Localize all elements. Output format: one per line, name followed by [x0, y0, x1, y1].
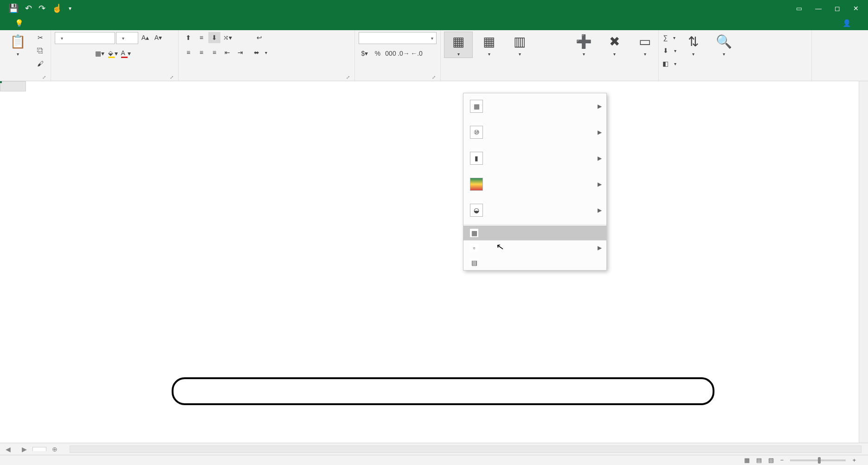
instruction-annotation — [172, 377, 714, 405]
delete-icon: ✖ — [609, 33, 620, 50]
align-bottom-icon[interactable]: ⬇ — [208, 32, 220, 43]
view-normal-icon[interactable]: ▦ — [744, 457, 750, 464]
table-icon: ▦ — [483, 33, 495, 50]
format-icon: ▭ — [639, 33, 651, 50]
align-middle-icon[interactable]: ≡ — [195, 32, 207, 43]
decrease-font-icon[interactable]: A▾ — [152, 32, 164, 43]
ribbon-options-icon[interactable]: ▭ — [796, 5, 802, 12]
titlebar: 💾 ↶ ↷ ☝ ▾ ▭ — ◻ ✕ — [0, 0, 868, 16]
menu-icon-sets[interactable]: ◒▶ — [463, 197, 606, 223]
eraser-icon: ◧ — [662, 60, 669, 67]
dialog-launcher-icon[interactable]: ⤢ — [42, 75, 46, 80]
sheet-nav-next[interactable]: ▶ — [16, 446, 32, 453]
increase-decimal-icon[interactable]: .0→ — [398, 48, 410, 59]
borders-button[interactable]: ▦▾ — [94, 48, 106, 59]
increase-font-icon[interactable]: A▴ — [139, 32, 151, 43]
touch-mode-icon[interactable]: ☝ — [52, 3, 62, 13]
ribbon: 📋 ▾ ✂ ⿻ 🖌 ⤢ ▾ ▾ A▴ A▾ ▦▾ — [0, 30, 868, 81]
dialog-launcher-icon[interactable]: ⤢ — [432, 75, 436, 80]
font-size-combo[interactable]: ▾ — [116, 32, 138, 44]
chevron-right-icon: ▶ — [598, 155, 602, 161]
save-icon[interactable]: 💾 — [8, 3, 19, 13]
fill-button[interactable]: ⬇▾ — [662, 45, 676, 56]
delete-cells-button[interactable]: ✖▾ — [600, 32, 628, 58]
sheet-nav-prev[interactable]: ◀ — [0, 446, 16, 453]
chevron-right-icon: ▶ — [598, 103, 602, 110]
tell-me-input[interactable]: 💡 — [9, 16, 32, 30]
zoom-slider[interactable] — [790, 459, 846, 461]
italic-button[interactable] — [68, 48, 80, 59]
menu-highlight-rules[interactable]: ▦▶ — [463, 93, 606, 119]
fill-icon: ⬇ — [663, 47, 669, 54]
clear-button[interactable]: ◧▾ — [662, 58, 676, 69]
horizontal-scrollbar[interactable] — [70, 446, 862, 453]
paste-button[interactable]: 📋 ▾ — [4, 32, 32, 58]
sort-icon: ⇅ — [688, 33, 699, 50]
new-sheet-button[interactable]: ⊕ — [46, 446, 63, 453]
decrease-indent-icon[interactable]: ⇤ — [221, 47, 233, 58]
sort-filter-button[interactable]: ⇅▾ — [679, 32, 707, 58]
lightbulb-icon: 💡 — [15, 19, 24, 27]
highlight-rules-icon: ▦ — [470, 100, 483, 113]
format-as-table-button[interactable]: ▦ ▾ — [475, 32, 503, 58]
merge-center-button[interactable]: ⬌▾ — [251, 47, 270, 58]
insert-cells-button[interactable]: ➕▾ — [570, 32, 598, 58]
format-cells-button[interactable]: ▭▾ — [631, 32, 659, 58]
close-icon[interactable]: ✕ — [853, 5, 859, 12]
menu-manage-rules[interactable]: ▤ — [463, 255, 606, 270]
sheet-tab[interactable] — [32, 447, 46, 451]
increase-indent-icon[interactable]: ⇥ — [234, 47, 246, 58]
menu-data-bars[interactable]: ▮▶ — [463, 145, 606, 171]
qat-more-icon[interactable]: ▾ — [69, 5, 71, 12]
align-top-icon[interactable]: ⬆ — [182, 32, 194, 43]
ribbon-tabstrip: 💡 👤 — [0, 16, 868, 30]
currency-icon[interactable]: $▾ — [359, 48, 371, 59]
select-all-corner[interactable] — [0, 81, 26, 91]
font-color-button[interactable]: A▾ — [120, 48, 132, 59]
conditional-formatting-button[interactable]: ▦ ▾ — [444, 32, 472, 58]
find-select-button[interactable]: 🔍▾ — [710, 32, 738, 58]
view-layout-icon[interactable]: ▤ — [756, 457, 762, 464]
decrease-decimal-icon[interactable]: ←.0 — [411, 48, 423, 59]
icon-sets-icon: ◒ — [470, 204, 483, 217]
percent-icon[interactable]: % — [372, 48, 384, 59]
format-painter-icon[interactable]: 🖌 — [34, 58, 46, 69]
data-bars-icon: ▮ — [470, 152, 483, 165]
cut-icon[interactable]: ✂ — [34, 32, 46, 43]
redo-icon[interactable]: ↷ — [39, 3, 45, 13]
copy-icon[interactable]: ⿻ — [34, 45, 46, 56]
insert-icon: ➕ — [576, 33, 592, 50]
number-format-combo[interactable]: ▾ — [359, 32, 437, 44]
undo-icon[interactable]: ↶ — [25, 3, 32, 13]
bold-button[interactable] — [55, 48, 67, 59]
top-bottom-icon: ⑩ — [470, 126, 483, 139]
view-pagebreak-icon[interactable]: ▧ — [768, 457, 774, 464]
menu-color-scales[interactable]: ▶ — [463, 171, 606, 197]
sheet-tab-bar: ◀ ▶ ⊕ — [0, 443, 868, 455]
maximize-icon[interactable]: ◻ — [835, 5, 840, 12]
menu-new-rule[interactable]: ▦ — [463, 226, 606, 240]
font-name-combo[interactable]: ▾ — [55, 32, 115, 44]
zoom-out-button[interactable]: − — [780, 457, 784, 464]
zoom-in-button[interactable]: + — [852, 457, 856, 464]
conditional-formatting-menu: ▦▶ ⑩▶ ▮▶ ▶ ◒▶ ▦ ▫▶ ▤ — [463, 93, 607, 271]
minimize-icon[interactable]: — — [815, 5, 822, 12]
align-left-icon[interactable]: ≡ — [182, 47, 194, 58]
vertical-scrollbar[interactable] — [859, 81, 868, 445]
autosum-button[interactable]: ∑▾ — [662, 32, 676, 43]
underline-button[interactable] — [81, 48, 93, 59]
fill-color-button[interactable]: ⬙▾ — [107, 48, 119, 59]
share-button[interactable]: 👤 — [838, 16, 859, 30]
menu-top-bottom-rules[interactable]: ⑩▶ — [463, 119, 606, 145]
orientation-icon[interactable]: ⤭▾ — [221, 32, 233, 43]
conditional-formatting-icon: ▦ — [452, 33, 464, 50]
dialog-launcher-icon[interactable]: ⤢ — [346, 75, 350, 80]
align-center-icon[interactable]: ≡ — [195, 47, 207, 58]
cell-styles-button[interactable]: ▥ ▾ — [506, 32, 534, 58]
status-bar: ▦ ▤ ▧ − + — [0, 455, 868, 465]
align-right-icon[interactable]: ≡ — [208, 47, 220, 58]
comma-icon[interactable]: 000 — [385, 48, 397, 59]
wrap-text-button[interactable]: ↩ — [251, 32, 270, 43]
dialog-launcher-icon[interactable]: ⤢ — [170, 75, 174, 80]
menu-clear-rules[interactable]: ▫▶ — [463, 240, 606, 255]
